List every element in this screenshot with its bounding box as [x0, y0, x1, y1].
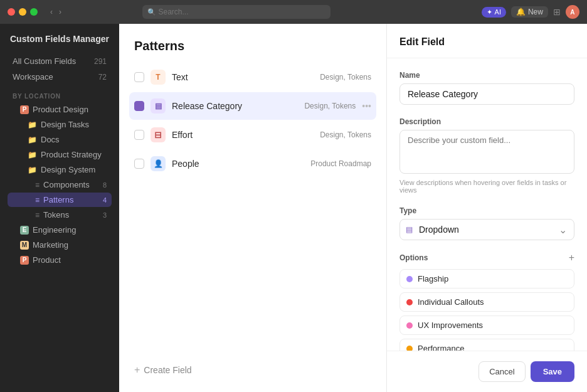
cancel-button[interactable]: Cancel: [479, 361, 525, 382]
maximize-button[interactable]: [30, 8, 38, 16]
marketing-label: Marketing: [33, 240, 68, 250]
type-select[interactable]: Dropdown Text Number People: [399, 219, 574, 240]
description-label: Description: [399, 117, 574, 126]
sidebar-item-product[interactable]: P Product: [8, 253, 112, 267]
docs-label: Docs: [41, 135, 60, 144]
option-flagship[interactable]: Flagship: [399, 269, 574, 289]
option-dot-ux-improvements: [406, 322, 413, 329]
field-type-icon-number: ⊟: [151, 127, 166, 142]
sidebar-item-components[interactable]: ≡ Components 8: [8, 177, 112, 192]
sidebar-item-product-design[interactable]: P Product Design: [8, 102, 112, 117]
sidebar-item-design-system[interactable]: 📁 Design System: [8, 162, 112, 177]
sidebar-item-design-tasks[interactable]: 📁 Design Tasks: [8, 117, 112, 132]
folder-icon: 📁: [28, 120, 37, 129]
field-checkbox-release-category[interactable]: [134, 101, 144, 111]
field-name-effort: Effort: [172, 130, 314, 140]
field-tags-people: Product Roadmap: [310, 159, 371, 168]
type-group: Type ▤ Dropdown Text Number People: [399, 206, 574, 240]
new-label: New: [528, 8, 543, 16]
options-label: Options: [399, 253, 428, 262]
product-label: Product: [33, 255, 61, 265]
field-name-people: People: [172, 159, 304, 169]
option-performance[interactable]: Performance: [399, 339, 574, 351]
ai-badge[interactable]: ✦ AI: [482, 7, 506, 18]
list-icon: ≡: [35, 181, 40, 189]
avatar[interactable]: A: [566, 5, 579, 19]
sidebar-item-all-custom-fields[interactable]: All Custom Fields 291: [8, 54, 112, 68]
field-tags-effort: Design, Tokens: [320, 130, 371, 139]
plus-icon: +: [134, 364, 140, 376]
sidebar-item-tokens[interactable]: ≡ Tokens 3: [8, 208, 112, 222]
sidebar-item-marketing[interactable]: M Marketing: [8, 238, 112, 252]
description-group: Description View descriptions when hover…: [399, 117, 574, 194]
add-option-plus-icon[interactable]: +: [569, 253, 574, 263]
ai-icon: ✦: [487, 8, 492, 16]
sidebar-item-docs[interactable]: 📁 Docs: [8, 132, 112, 147]
field-name-release-category: Release Category: [172, 101, 298, 111]
field-row-people[interactable]: 👤 People Product Roadmap: [129, 150, 376, 177]
sidebar-item-workspace[interactable]: Workspace 72: [8, 70, 112, 84]
sidebar-item-engineering[interactable]: E Engineering: [8, 223, 112, 237]
option-label-flagship: Flagship: [418, 274, 448, 283]
list-icon-active: ≡: [35, 196, 40, 204]
new-button[interactable]: 🔔 New: [511, 6, 548, 18]
name-input[interactable]: [399, 83, 574, 105]
bell-icon: 🔔: [516, 8, 526, 16]
panel-title: Patterns: [119, 24, 386, 63]
sidebar-title: Custom Fields Manager: [8, 34, 112, 44]
product-design-label: Product Design: [33, 105, 88, 114]
option-label-ux-improvements: UX Improvements: [418, 320, 483, 330]
all-custom-fields-label: All Custom Fields: [13, 56, 94, 66]
folder-icon: 📁: [28, 151, 37, 159]
option-individual-callouts[interactable]: Individual Callouts: [399, 292, 574, 312]
tokens-label: Tokens: [43, 210, 69, 220]
engineering-label: Engineering: [33, 225, 76, 235]
save-button[interactable]: Save: [531, 361, 574, 382]
create-field-label: Create Field: [144, 365, 191, 375]
options-group: Options + Flagship Individual Callouts U…: [399, 253, 574, 351]
field-checkbox-effort[interactable]: [134, 130, 144, 140]
patterns-label: Patterns: [43, 195, 73, 204]
more-icon[interactable]: •••: [362, 101, 371, 111]
description-hint: View descriptions when hovering over fie…: [399, 179, 574, 194]
traffic-lights: [8, 8, 38, 16]
titlebar-right: ✦ AI 🔔 New ⊞ A: [482, 5, 579, 19]
forward-arrow[interactable]: ›: [56, 6, 64, 18]
sidebar-item-product-strategy[interactable]: 📁 Product Strategy: [8, 147, 112, 162]
sidebar: Custom Fields Manager All Custom Fields …: [0, 24, 119, 392]
option-dot-performance: [406, 346, 413, 351]
design-tasks-label: Design Tasks: [41, 120, 89, 129]
field-type-icon-dropdown: ▤: [151, 98, 166, 114]
field-checkbox-people[interactable]: [134, 159, 144, 169]
option-label-performance: Performance: [418, 344, 464, 351]
nav-arrows: ‹ ›: [48, 6, 64, 18]
field-row-text[interactable]: T Text Design, Tokens: [129, 63, 376, 91]
minimize-button[interactable]: [19, 8, 26, 16]
option-dot-flagship: [406, 276, 413, 282]
create-field-button[interactable]: + Create Field: [129, 358, 376, 382]
workspace-count: 72: [98, 73, 107, 82]
close-button[interactable]: [8, 8, 15, 16]
field-row-release-category[interactable]: ▤ Release Category Design, Tokens •••: [129, 92, 376, 120]
field-checkbox-text[interactable]: [134, 72, 144, 82]
type-select-wrapper: ▤ Dropdown Text Number People: [399, 219, 574, 240]
name-label: Name: [399, 71, 574, 80]
description-textarea[interactable]: [399, 130, 574, 174]
search-input[interactable]: [159, 8, 325, 16]
field-type-icon-text: T: [151, 70, 166, 85]
option-ux-improvements[interactable]: UX Improvements: [399, 315, 574, 335]
grid-icon[interactable]: ⊞: [553, 7, 561, 17]
ai-label: AI: [495, 8, 501, 16]
product-icon: P: [20, 256, 29, 265]
name-group: Name: [399, 71, 574, 105]
all-custom-fields-count: 291: [94, 57, 107, 66]
edit-panel: Edit Field Name Description View descrip…: [386, 24, 587, 392]
folder-icon: 📁: [28, 135, 37, 144]
back-arrow[interactable]: ‹: [48, 6, 55, 18]
global-search[interactable]: 🔍: [142, 5, 331, 19]
search-icon: 🔍: [147, 8, 156, 16]
edit-panel-footer: Cancel Save: [387, 351, 587, 392]
design-system-label: Design System: [41, 165, 95, 174]
field-row-effort[interactable]: ⊟ Effort Design, Tokens: [129, 121, 376, 149]
sidebar-item-patterns[interactable]: ≡ Patterns 4: [8, 193, 112, 207]
